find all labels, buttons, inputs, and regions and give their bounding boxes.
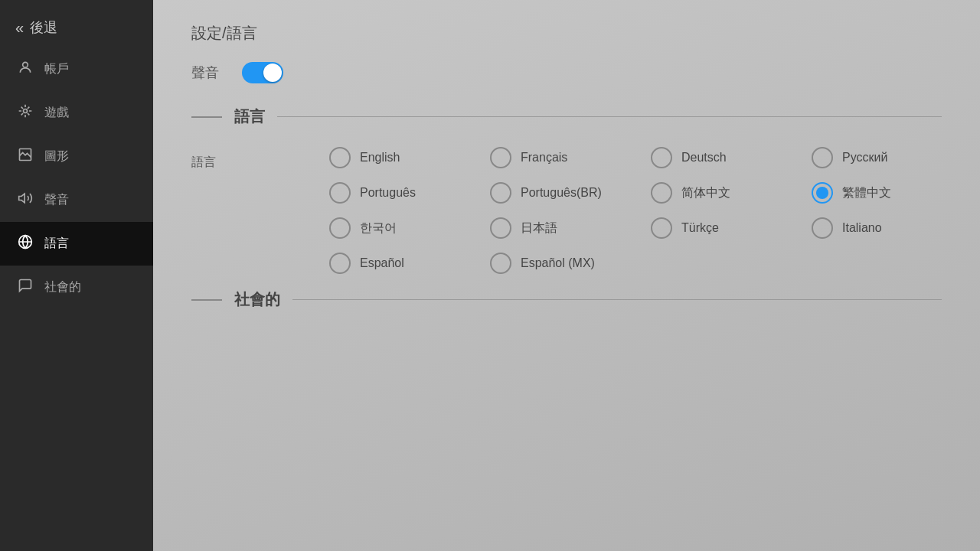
lang-option-russian[interactable]: Русский <box>812 147 972 168</box>
svg-point-1 <box>24 109 28 113</box>
lang-label-traditional_chinese: 繁體中文 <box>842 185 891 201</box>
sidebar: « 後退 帳戶 遊戲 圖形 <box>0 0 153 551</box>
radio-japanese <box>490 217 511 239</box>
sidebar-item-social-label: 社會的 <box>44 279 81 295</box>
lang-label-japanese: 日本語 <box>521 220 557 236</box>
lang-label-portuguese: Português <box>360 186 416 200</box>
sidebar-item-graphics[interactable]: 圖形 <box>0 135 153 178</box>
social-icon <box>17 278 34 297</box>
back-arrow-icon: « <box>15 19 24 37</box>
back-button[interactable]: « 後退 <box>0 8 153 47</box>
lang-label-deutsch: Deutsch <box>681 151 727 165</box>
social-divider-right <box>292 299 942 300</box>
lang-option-deutsch[interactable]: Deutsch <box>651 147 812 168</box>
lang-label-portuguese_br: Português(BR) <box>521 186 602 200</box>
language-section-title: 語言 <box>234 106 265 127</box>
radio-francais <box>490 147 511 168</box>
radio-portuguese_br <box>490 182 511 204</box>
radio-deutsch <box>651 147 672 168</box>
breadcrumb: 設定/語言 <box>191 23 942 44</box>
sidebar-item-language-label: 語言 <box>44 236 69 252</box>
svg-marker-3 <box>19 194 25 203</box>
radio-english <box>329 147 351 168</box>
lang-label-russian: Русский <box>842 151 887 165</box>
radio-korean <box>329 217 351 239</box>
lang-option-francais[interactable]: Français <box>490 147 651 168</box>
language-icon <box>17 234 34 253</box>
language-grid: EnglishFrançaisDeutschРусскийPortuguêsPo… <box>329 147 972 274</box>
lang-option-spanish[interactable]: Español <box>329 253 490 274</box>
lang-label-english: English <box>360 151 400 165</box>
sidebar-item-sound[interactable]: 聲音 <box>0 178 153 222</box>
language-section-header: 語言 <box>191 106 942 127</box>
back-label: 後退 <box>30 18 57 37</box>
radio-italian <box>812 217 833 239</box>
sound-section: 聲音 <box>191 62 942 83</box>
social-section-title: 社會的 <box>234 289 280 310</box>
radio-traditional_chinese <box>812 182 833 204</box>
social-section-header: 社會的 <box>191 289 942 310</box>
sidebar-item-social[interactable]: 社會的 <box>0 266 153 309</box>
language-row-label: 語言 <box>191 147 329 171</box>
lang-label-simplified_chinese: 简体中文 <box>681 185 730 201</box>
social-divider-left <box>191 299 222 301</box>
sidebar-item-account-label: 帳戶 <box>44 61 69 77</box>
lang-label-korean: 한국어 <box>360 220 397 236</box>
sidebar-item-game-label: 遊戲 <box>44 105 69 121</box>
sidebar-item-language[interactable]: 語言 <box>0 222 153 266</box>
lang-option-portuguese_br[interactable]: Português(BR) <box>490 182 651 204</box>
sound-toggle[interactable] <box>242 62 283 83</box>
social-section: 社會的 <box>191 289 942 310</box>
divider-right <box>277 116 942 117</box>
radio-spanish <box>329 253 351 274</box>
divider-left <box>191 116 222 118</box>
svg-point-0 <box>23 62 28 67</box>
radio-russian <box>812 147 833 168</box>
main-content: 設定/語言 聲音 語言 語言 EnglishFrançaisDeutschРус… <box>153 0 980 551</box>
language-options-row: 語言 EnglishFrançaisDeutschРусскийPortuguê… <box>191 147 942 274</box>
radio-simplified_chinese <box>651 182 672 204</box>
lang-option-japanese[interactable]: 日本語 <box>490 217 651 239</box>
lang-option-simplified_chinese[interactable]: 简体中文 <box>651 182 812 204</box>
sidebar-item-game[interactable]: 遊戲 <box>0 91 153 135</box>
lang-option-spanish_mx[interactable]: Español (MX) <box>490 253 651 274</box>
lang-option-turkish[interactable]: Türkçe <box>651 217 812 239</box>
lang-option-portuguese[interactable]: Português <box>329 182 490 204</box>
lang-label-italian: Italiano <box>842 221 882 235</box>
radio-portuguese <box>329 182 351 204</box>
radio-spanish_mx <box>490 253 511 274</box>
lang-option-italian[interactable]: Italiano <box>812 217 972 239</box>
sound-label: 聲音 <box>191 64 219 82</box>
sidebar-item-sound-label: 聲音 <box>44 192 69 208</box>
lang-label-francais: Français <box>521 151 567 165</box>
game-icon <box>17 103 34 122</box>
radio-turkish <box>651 217 672 239</box>
sidebar-item-account[interactable]: 帳戶 <box>0 47 153 91</box>
lang-label-spanish_mx: Español (MX) <box>521 256 595 270</box>
sound-icon <box>17 191 34 210</box>
lang-option-english[interactable]: English <box>329 147 490 168</box>
sidebar-item-graphics-label: 圖形 <box>44 148 69 165</box>
account-icon <box>17 60 34 79</box>
lang-label-spanish: Español <box>360 256 404 270</box>
lang-option-traditional_chinese[interactable]: 繁體中文 <box>812 182 972 204</box>
graphics-icon <box>17 147 34 166</box>
lang-option-korean[interactable]: 한국어 <box>329 217 490 239</box>
lang-label-turkish: Türkçe <box>681 221 719 235</box>
